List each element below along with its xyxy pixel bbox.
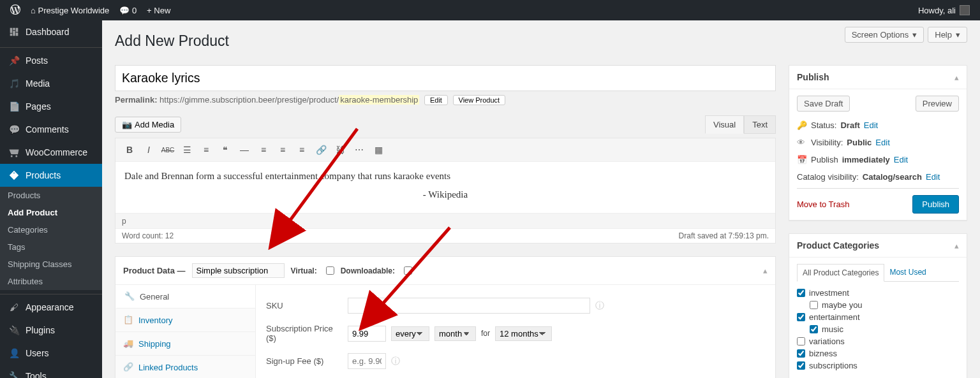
category-checkbox[interactable]	[810, 301, 818, 309]
menu-appearance[interactable]: 🖌Appearance	[0, 296, 102, 319]
toolbar-toggle-button[interactable]: ▦	[369, 141, 387, 159]
submenu-products-list[interactable]: Products	[0, 187, 102, 204]
toggle-icon[interactable]: ▴	[954, 241, 959, 251]
save-draft-button[interactable]: Save Draft	[797, 96, 850, 112]
menu-comments[interactable]: 💬Comments	[0, 118, 102, 141]
edit-slug-button[interactable]: Edit	[424, 95, 448, 105]
view-product-button[interactable]: View Product	[453, 95, 506, 105]
admin-bar: ⌂ Prestige Worldwide 💬 0 + New Howdy, al…	[0, 0, 980, 20]
menu-tools[interactable]: 🔧Tools	[0, 365, 102, 378]
move-to-trash-link[interactable]: Move to Trash	[797, 200, 849, 209]
pd-tab-general[interactable]: 🔧General	[115, 285, 255, 309]
product-type-select[interactable]: Simple subscription	[192, 263, 285, 278]
truck-icon: 🚚	[123, 338, 133, 349]
tab-visual[interactable]: Visual	[705, 115, 744, 134]
help-icon[interactable]: ⓘ	[391, 356, 400, 367]
user-account[interactable]: Howdy, ali	[913, 0, 975, 20]
virtual-checkbox[interactable]	[326, 266, 334, 275]
italic-button[interactable]: I	[140, 141, 158, 159]
cat-tab-most[interactable]: Most Used	[884, 264, 931, 281]
permalink-slug: karaoke-membership	[339, 95, 419, 105]
edit-status-link[interactable]: Edit	[864, 120, 878, 130]
pd-tab-shipping[interactable]: 🚚Shipping	[115, 332, 255, 356]
sku-input[interactable]	[348, 298, 590, 314]
new-content[interactable]: + New	[142, 0, 175, 20]
edit-visibility-link[interactable]: Edit	[875, 138, 889, 147]
length-select[interactable]: 12 months	[495, 326, 552, 341]
page-icon: 📄	[8, 100, 20, 113]
wrench-icon: 🔧	[124, 291, 135, 302]
pd-tab-inventory[interactable]: 📋Inventory	[115, 309, 255, 332]
category-label: investment	[809, 288, 849, 298]
cat-tab-all[interactable]: All Product Categories	[797, 264, 884, 282]
ul-button[interactable]: ☰	[178, 141, 196, 159]
link-button[interactable]: 🔗	[312, 141, 330, 159]
comments-link[interactable]: 💬 0	[114, 0, 142, 20]
submenu-add-product[interactable]: Add Product	[0, 204, 102, 221]
clipboard-icon: 📋	[123, 315, 133, 325]
camera-icon: 📷	[122, 120, 132, 129]
bold-button[interactable]: B	[121, 141, 138, 159]
edit-date-link[interactable]: Edit	[894, 155, 908, 164]
publish-button[interactable]: Publish	[912, 195, 959, 214]
edit-catalog-link[interactable]: Edit	[926, 172, 940, 182]
preview-button[interactable]: Preview	[916, 96, 959, 112]
toggle-icon[interactable]: ▴	[763, 266, 768, 275]
brush-icon: 🖌	[8, 301, 20, 314]
editor-toolbar: B I ABC ☰ ≡ ❝ ― ≡ ≡ ≡ 🔗 ⛓ ⋯ ▦	[115, 138, 775, 162]
unlink-button[interactable]: ⛓	[331, 141, 349, 159]
menu-dashboard[interactable]: Dashboard	[0, 20, 102, 43]
category-item: maybe you	[797, 299, 959, 311]
interval-select[interactable]: every	[391, 326, 429, 341]
link-icon: 🔗	[123, 362, 133, 372]
align-center-button[interactable]: ≡	[274, 141, 292, 159]
ol-button[interactable]: ≡	[197, 141, 215, 159]
tab-text[interactable]: Text	[744, 115, 776, 134]
menu-posts[interactable]: 📌Posts	[0, 49, 102, 72]
submenu-categories[interactable]: Categories	[0, 221, 102, 238]
pin-icon: 📌	[8, 54, 20, 67]
editor-path: p	[122, 217, 126, 226]
category-checkbox[interactable]	[797, 361, 805, 370]
screen-options-button[interactable]: Screen Options▾	[845, 27, 924, 43]
align-right-button[interactable]: ≡	[293, 141, 311, 159]
wordpress-icon	[10, 4, 20, 17]
quote-button[interactable]: ❝	[216, 141, 234, 159]
menu-pages[interactable]: 📄Pages	[0, 95, 102, 118]
help-icon[interactable]: ⓘ	[595, 300, 604, 312]
period-select[interactable]: month	[434, 326, 476, 341]
category-checkbox[interactable]	[810, 325, 818, 333]
pd-tab-linked[interactable]: 🔗Linked Products	[115, 356, 255, 378]
more-button[interactable]: ⋯	[350, 141, 368, 159]
category-checkbox[interactable]	[797, 349, 805, 358]
menu-woocommerce[interactable]: WooCommerce	[0, 141, 102, 164]
category-item: music	[797, 323, 959, 335]
editor-content[interactable]: Dale and Brennan form a successful enter…	[115, 162, 775, 213]
signup-fee-input[interactable]	[348, 353, 386, 369]
wp-logo[interactable]	[5, 0, 26, 20]
product-title-input[interactable]	[115, 65, 776, 91]
strike-button[interactable]: ABC	[159, 141, 177, 159]
submenu-attributes[interactable]: Attributes	[0, 273, 102, 290]
submenu-tags[interactable]: Tags	[0, 238, 102, 256]
category-item: investment	[797, 287, 959, 299]
toggle-icon[interactable]: ▴	[954, 73, 959, 82]
help-button[interactable]: Help▾	[928, 27, 967, 43]
dashboard-icon	[8, 25, 20, 38]
submenu-shipping-classes[interactable]: Shipping Classes	[0, 256, 102, 273]
category-checkbox[interactable]	[797, 289, 805, 297]
add-media-button[interactable]: 📷Add Media	[115, 117, 181, 133]
menu-media[interactable]: 🎵Media	[0, 72, 102, 95]
downloadable-checkbox[interactable]	[404, 266, 412, 275]
add-category-link[interactable]: + Add New Product Category	[797, 372, 959, 378]
align-left-button[interactable]: ≡	[255, 141, 272, 159]
category-checkbox[interactable]	[797, 337, 805, 345]
category-item: entertainment	[797, 311, 959, 323]
menu-products[interactable]: Products	[0, 164, 102, 187]
hr-button[interactable]: ―	[235, 141, 253, 159]
menu-plugins[interactable]: 🔌Plugins	[0, 319, 102, 342]
site-home[interactable]: ⌂ Prestige Worldwide	[26, 0, 114, 20]
category-checkbox[interactable]	[797, 313, 805, 321]
subscription-price-input[interactable]	[348, 326, 386, 342]
menu-users[interactable]: 👤Users	[0, 342, 102, 365]
